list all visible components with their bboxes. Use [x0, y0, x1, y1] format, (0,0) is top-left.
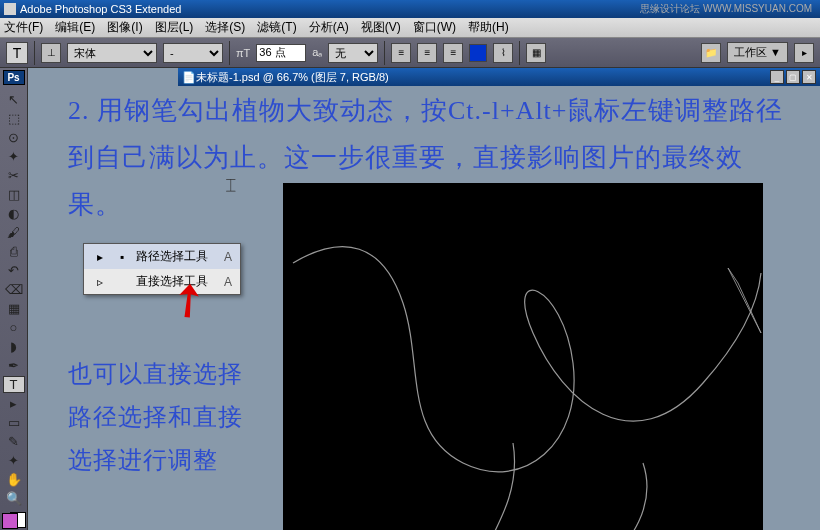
brush-tool[interactable]: 🖌: [3, 224, 25, 241]
path-selection-tool-item[interactable]: ▸ ▪ 路径选择工具 A: [84, 244, 240, 269]
menu-image[interactable]: 图像(I): [107, 19, 142, 36]
tool-preset-icon[interactable]: T: [6, 42, 28, 64]
workspace: 📄 未标题-1.psd @ 66.7% (图层 7, RGB/8) _ ▢ ✕ …: [28, 68, 820, 530]
orientation-toggle[interactable]: ⊥: [41, 43, 61, 63]
gradient-tool[interactable]: ▦: [3, 300, 25, 317]
minimize-button[interactable]: _: [770, 70, 784, 84]
doc-icon: 📄: [182, 71, 196, 84]
bridge-button[interactable]: 📁: [701, 43, 721, 63]
menu-edit[interactable]: 编辑(E): [55, 19, 95, 36]
type-tool[interactable]: T: [3, 376, 25, 393]
crop-tool[interactable]: ✂: [3, 167, 25, 184]
path-select-tool[interactable]: ▸: [3, 395, 25, 412]
menu-layer[interactable]: 图层(L): [155, 19, 194, 36]
divider: [229, 41, 230, 65]
options-bar: T ⊥ 宋体 - πT aₐ 无 ≡ ≡ ≡ ⌇ ▦ 📁 工作区 ▼ ▸: [0, 38, 820, 68]
arrow-white-icon: ▹: [92, 275, 108, 289]
align-right-button[interactable]: ≡: [443, 43, 463, 63]
app-icon: [4, 3, 16, 15]
workspace-button[interactable]: 工作区 ▼: [727, 42, 788, 63]
hand-tool[interactable]: ✋: [3, 471, 25, 488]
notes-tool[interactable]: ✎: [3, 433, 25, 450]
square-icon: ▪: [114, 250, 130, 264]
move-tool[interactable]: ↖: [3, 91, 25, 108]
eyedropper-tool[interactable]: ✦: [3, 452, 25, 469]
wand-tool[interactable]: ✦: [3, 148, 25, 165]
expand-button[interactable]: ▸: [794, 43, 814, 63]
palette-button[interactable]: ▦: [526, 43, 546, 63]
tutorial-text-secondary: 也可以直接选择路径选择和直接选择进行调整: [68, 353, 248, 483]
antialias-select[interactable]: 无: [328, 43, 378, 63]
document-title: 未标题-1.psd @ 66.7% (图层 7, RGB/8): [196, 70, 389, 85]
menu-label: 路径选择工具: [136, 248, 208, 265]
warp-text-button[interactable]: ⌇: [493, 43, 513, 63]
color-picker[interactable]: [2, 513, 26, 528]
menubar: 文件(F) 编辑(E) 图像(I) 图层(L) 选择(S) 滤镜(T) 分析(A…: [0, 18, 820, 38]
canvas[interactable]: [283, 183, 763, 530]
font-style-select[interactable]: -: [163, 43, 223, 63]
aa-label: aₐ: [312, 46, 322, 59]
shape-tool[interactable]: ▭: [3, 414, 25, 431]
eraser-tool[interactable]: ⌫: [3, 281, 25, 298]
marquee-tool[interactable]: ⬚: [3, 110, 25, 127]
divider: [519, 41, 520, 65]
dodge-tool[interactable]: ◗: [3, 338, 25, 355]
foreground-color[interactable]: [2, 513, 18, 529]
blur-tool[interactable]: ○: [3, 319, 25, 336]
maximize-button[interactable]: ▢: [786, 70, 800, 84]
slice-tool[interactable]: ◫: [3, 186, 25, 203]
divider: [34, 41, 35, 65]
font-size-input[interactable]: [256, 44, 306, 62]
history-brush-tool[interactable]: ↶: [3, 262, 25, 279]
text-cursor-icon: ⌶: [226, 176, 236, 194]
menu-help[interactable]: 帮助(H): [468, 19, 509, 36]
divider: [384, 41, 385, 65]
lasso-tool[interactable]: ⊙: [3, 129, 25, 146]
main-area: Ps ↖ ⬚ ⊙ ✦ ✂ ◫ ◐ 🖌 ⎙ ↶ ⌫ ▦ ○ ◗ ✒ T ▸ ▭ ✎…: [0, 68, 820, 530]
font-family-select[interactable]: 宋体: [67, 43, 157, 63]
menu-view[interactable]: 视图(V): [361, 19, 401, 36]
shortcut-key: A: [214, 275, 232, 289]
align-left-button[interactable]: ≡: [391, 43, 411, 63]
ps-logo: Ps: [3, 70, 25, 85]
menu-window[interactable]: 窗口(W): [413, 19, 456, 36]
watermark: 思缘设计论坛 WWW.MISSYUAN.COM: [640, 2, 812, 16]
toolbox: Ps ↖ ⬚ ⊙ ✦ ✂ ◫ ◐ 🖌 ⎙ ↶ ⌫ ▦ ○ ◗ ✒ T ▸ ▭ ✎…: [0, 68, 28, 530]
close-button[interactable]: ✕: [802, 70, 816, 84]
shortcut-key: A: [214, 250, 232, 264]
path-curves: [283, 183, 763, 530]
menu-analysis[interactable]: 分析(A): [309, 19, 349, 36]
menu-select[interactable]: 选择(S): [205, 19, 245, 36]
size-icon: πT: [236, 47, 250, 59]
menu-file[interactable]: 文件(F): [4, 19, 43, 36]
text-color-swatch[interactable]: [469, 44, 487, 62]
arrow-black-icon: ▸: [92, 250, 108, 264]
pen-tool[interactable]: ✒: [3, 357, 25, 374]
menu-filter[interactable]: 滤镜(T): [257, 19, 296, 36]
stamp-tool[interactable]: ⎙: [3, 243, 25, 260]
document-titlebar[interactable]: 📄 未标题-1.psd @ 66.7% (图层 7, RGB/8) _ ▢ ✕: [178, 68, 820, 86]
zoom-tool[interactable]: 🔍: [3, 490, 25, 507]
align-center-button[interactable]: ≡: [417, 43, 437, 63]
app-title: Adobe Photoshop CS3 Extended: [20, 3, 181, 15]
heal-tool[interactable]: ◐: [3, 205, 25, 222]
